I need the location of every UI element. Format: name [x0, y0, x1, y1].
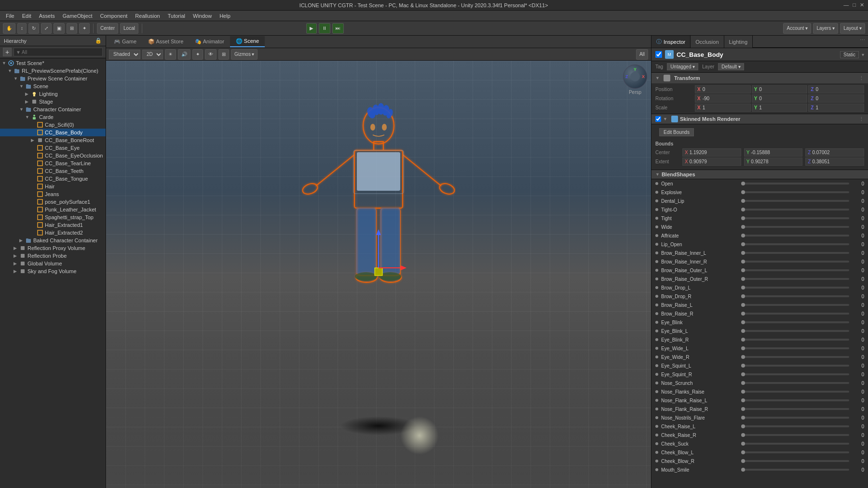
- tab-scene[interactable]: 🌐 Scene: [230, 36, 265, 47]
- hierarchy-item-pose-poly[interactable]: pose_polySurface1: [0, 198, 106, 206]
- bs-track-7[interactable]: [741, 243, 849, 245]
- bs-thumb-16[interactable]: [741, 320, 745, 324]
- bs-track-14[interactable]: [741, 304, 849, 306]
- bs-track-13[interactable]: [741, 295, 849, 297]
- bs-thumb-15[interactable]: [741, 312, 745, 316]
- bs-track-22[interactable]: [741, 373, 849, 375]
- position-x[interactable]: X 0: [695, 85, 751, 93]
- bs-thumb-0[interactable]: [741, 182, 745, 185]
- grid-toggle[interactable]: ⊞: [218, 49, 229, 60]
- menu-gameobject[interactable]: GameObject: [59, 12, 96, 20]
- bs-thumb-13[interactable]: [741, 294, 745, 298]
- smr-header[interactable]: ▼ Skinned Mesh Renderer ⋮: [651, 114, 868, 124]
- bs-thumb-29[interactable]: [741, 433, 745, 437]
- menu-help[interactable]: Help: [216, 12, 234, 20]
- bs-thumb-19[interactable]: [741, 346, 745, 350]
- tool-custom[interactable]: ✦: [79, 23, 90, 34]
- bs-thumb-26[interactable]: [741, 407, 745, 411]
- smr-active-toggle[interactable]: [655, 116, 661, 122]
- tab-assetstore[interactable]: 📦 Asset Store: [142, 37, 189, 47]
- account-button[interactable]: Account ▾: [783, 23, 811, 34]
- hierarchy-item-scene[interactable]: ▼Scene: [0, 82, 106, 90]
- hierarchy-item-test-scene[interactable]: ▼Test Scene*: [0, 59, 106, 67]
- extent-x[interactable]: X 0.90979: [682, 158, 741, 166]
- hierarchy-item-sky-fog[interactable]: ▶Sky and Fog Volume: [0, 267, 106, 275]
- bs-track-31[interactable]: [741, 451, 849, 453]
- layout-button[interactable]: Layout ▾: [840, 23, 865, 34]
- lighting-toggle[interactable]: ☀: [165, 49, 176, 60]
- hierarchy-item-cc-base-eye[interactable]: CC_Base_Eye: [0, 144, 106, 152]
- bs-thumb-25[interactable]: [741, 398, 745, 402]
- bs-thumb-1[interactable]: [741, 190, 745, 194]
- hierarchy-item-spaghetti-strap[interactable]: Spaghetti_strap_Top: [0, 213, 106, 221]
- hierarchy-item-reflection-proxy[interactable]: ▶Reflection Proxy Volume: [0, 244, 106, 252]
- bs-track-30[interactable]: [741, 443, 849, 445]
- static-badge[interactable]: Static: [840, 51, 859, 58]
- bs-thumb-20[interactable]: [741, 355, 745, 359]
- active-toggle[interactable]: [655, 51, 662, 58]
- search-scene-btn[interactable]: All: [636, 49, 648, 60]
- bs-track-5[interactable]: [741, 226, 849, 228]
- local-toggle[interactable]: Local: [120, 23, 138, 34]
- menu-tutorial[interactable]: Tutorial: [164, 12, 189, 20]
- bs-thumb-28[interactable]: [741, 424, 745, 428]
- bs-thumb-4[interactable]: [741, 216, 745, 220]
- position-y[interactable]: Y 0: [752, 85, 808, 93]
- hierarchy-item-cc-base-tongue[interactable]: CC_Base_Tongue: [0, 175, 106, 183]
- menu-assets[interactable]: Assets: [35, 12, 59, 20]
- extent-z[interactable]: Z 0.38051: [805, 158, 864, 166]
- hierarchy-item-cc-base-tearline[interactable]: CC_Base_TearLine: [0, 159, 106, 167]
- bs-track-21[interactable]: [741, 365, 849, 367]
- hierarchy-item-cc-base-eyeocclusion[interactable]: CC_Base_EyeOcclusion: [0, 152, 106, 159]
- fx-toggle[interactable]: ✦: [192, 49, 203, 60]
- bs-thumb-22[interactable]: [741, 372, 745, 376]
- blendshapes-header[interactable]: ▼ BlendShapes: [651, 170, 868, 179]
- hierarchy-item-jeans[interactable]: Jeans: [0, 190, 106, 198]
- rotation-y[interactable]: Y 0: [752, 94, 808, 103]
- bs-track-27[interactable]: [741, 417, 849, 419]
- bs-track-17[interactable]: [741, 330, 849, 332]
- bs-track-23[interactable]: [741, 382, 849, 384]
- hierarchy-search[interactable]: [14, 48, 103, 56]
- menu-file[interactable]: File: [2, 12, 18, 20]
- menu-window[interactable]: Window: [189, 12, 216, 20]
- bs-track-0[interactable]: [741, 183, 849, 185]
- bs-track-6[interactable]: [741, 235, 849, 237]
- dimension-select[interactable]: 2D 3D: [142, 50, 163, 59]
- menu-reallusion[interactable]: Reallusion: [131, 12, 163, 20]
- hierarchy-item-hair-extracted2[interactable]: Hair_Extracted2: [0, 229, 106, 237]
- bs-thumb-24[interactable]: [741, 390, 745, 394]
- hierarchy-item-cc-base-body[interactable]: CC_Base_Body: [0, 129, 106, 136]
- position-z[interactable]: Z 0: [808, 85, 864, 93]
- step-button[interactable]: ⏭: [332, 23, 344, 34]
- hierarchy-item-hair-extracted1[interactable]: Hair_Extracted1: [0, 221, 106, 229]
- bs-track-16[interactable]: [741, 321, 849, 323]
- bs-thumb-12[interactable]: [741, 286, 745, 290]
- bs-track-9[interactable]: [741, 261, 849, 263]
- tab-animator[interactable]: 🎭 Animator: [189, 37, 230, 47]
- transform-menu-icon[interactable]: ⋮: [859, 75, 864, 81]
- static-arrow[interactable]: ▾: [862, 52, 864, 57]
- edit-bounds-btn[interactable]: Edit Bounds: [659, 128, 694, 136]
- bs-track-24[interactable]: [741, 391, 849, 393]
- bs-track-12[interactable]: [741, 287, 849, 289]
- bs-track-10[interactable]: [741, 269, 849, 271]
- transform-header[interactable]: ▼ Transform ⋮: [651, 73, 868, 83]
- hierarchy-item-lighting[interactable]: ▶Lighting: [0, 90, 106, 98]
- hierarchy-item-punk-jacket[interactable]: Punk_Leather_Jacket: [0, 206, 106, 213]
- center-y[interactable]: Y -0.15888: [744, 148, 803, 157]
- bs-track-18[interactable]: [741, 339, 849, 341]
- bs-thumb-5[interactable]: [741, 225, 745, 229]
- hierarchy-item-rl-preview[interactable]: ▼RL_PreviewScenePrefab(Clone): [0, 67, 106, 75]
- hierarchy-item-hair[interactable]: Hair: [0, 183, 106, 190]
- bs-track-26[interactable]: [741, 408, 849, 410]
- hierarchy-lock-icon[interactable]: 🔒: [95, 38, 102, 44]
- bs-thumb-2[interactable]: [741, 199, 745, 203]
- axis-ball[interactable]: X Y Z: [623, 65, 647, 89]
- bs-thumb-21[interactable]: [741, 364, 745, 368]
- rotation-x[interactable]: X -90: [695, 94, 751, 103]
- hierarchy-item-global-volume[interactable]: ▶Global Volume: [0, 260, 106, 267]
- tool-rotate[interactable]: ↻: [28, 23, 39, 34]
- tool-scale[interactable]: ⤢: [41, 23, 52, 34]
- hierarchy-item-baked-container[interactable]: ▶Baked Character Container: [0, 237, 106, 244]
